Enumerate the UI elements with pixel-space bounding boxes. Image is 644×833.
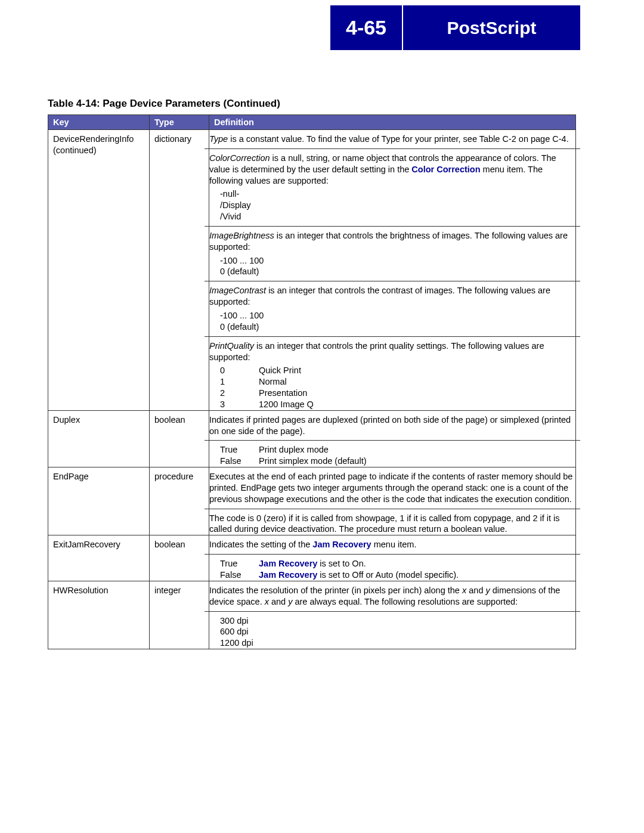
value-desc: Jam Recovery is set to On.: [259, 558, 575, 569]
def-text: Indicates the resolution of the printer …: [209, 586, 462, 595]
value-item: /Vivid: [220, 211, 575, 222]
link-text[interactable]: Jam Recovery: [259, 559, 317, 568]
value-desc: Presentation: [259, 388, 575, 399]
value-item: 0 (default): [220, 321, 575, 333]
def-para: TruePrint duplex mode FalsePrint simplex…: [205, 441, 580, 467]
value-desc: Print duplex mode: [259, 444, 575, 456]
col-header-def: Definition: [209, 115, 576, 130]
value-item: 600 dpi: [220, 626, 575, 637]
italic-term: y: [485, 586, 490, 595]
def-para: Indicates if printed pages are duplexed …: [205, 411, 580, 441]
cell-def: Indicates if printed pages are duplexed …: [209, 410, 576, 467]
def-text: are always equal. The following resoluti…: [292, 597, 518, 606]
table-caption: Table 4-14: Page Device Parameters (Cont…: [48, 98, 596, 110]
value-list: -null- /Display /Vivid: [220, 188, 575, 222]
col-header-type: Type: [150, 115, 209, 130]
cell-def: Indicates the resolution of the printer …: [209, 581, 576, 649]
cell-def: Type is a constant value. To find the va…: [209, 130, 576, 411]
value-list: -100 ... 100 0 (default): [220, 310, 575, 333]
value-key: 1: [220, 376, 259, 388]
cell-def: Executes at the end of each printed page…: [209, 467, 576, 535]
value-key: 3: [220, 399, 259, 410]
value-key: False: [220, 456, 259, 467]
cell-key: DeviceRenderingInfo (continued): [48, 130, 150, 411]
def-para: ImageBrightness is an integer that contr…: [205, 227, 580, 281]
def-text: Indicates the setting of the: [209, 540, 312, 549]
cell-type: dictionary: [150, 130, 209, 411]
value-key: True: [220, 558, 259, 569]
cell-key: ExitJamRecovery: [48, 535, 150, 581]
italic-term: Type: [209, 134, 228, 144]
italic-term: x: [265, 597, 269, 606]
value-key: 0: [220, 365, 259, 376]
def-text: and: [269, 597, 288, 606]
value-item: -null-: [220, 188, 575, 200]
def-para: The code is 0 (zero) if it is called fro…: [205, 509, 580, 535]
cell-key: EndPage: [48, 467, 150, 535]
value-item: /Display: [220, 200, 575, 211]
def-para: Executes at the end of each printed page…: [205, 467, 580, 509]
cell-key: Duplex: [48, 410, 150, 467]
italic-term: ImageBrightness: [209, 231, 274, 240]
table-row: Duplex boolean Indicates if printed page…: [48, 410, 576, 467]
chapter-title: PostScript: [403, 5, 580, 50]
def-text: and: [466, 586, 485, 595]
table-header-row: Key Type Definition: [48, 115, 576, 130]
def-text: is a constant value. To find the value o…: [228, 134, 568, 144]
def-para: ColorCorrection is a null, string, or na…: [205, 149, 580, 227]
cell-type: integer: [150, 581, 209, 649]
value-desc: 1200 Image Q: [259, 399, 575, 410]
page-number: 4-65: [330, 5, 402, 50]
value-item: 0 (default): [220, 266, 575, 277]
italic-term: ImageContrast: [209, 286, 266, 295]
table-row: HWResolution integer Indicates the resol…: [48, 581, 576, 649]
value-item: -100 ... 100: [220, 255, 575, 267]
def-para: Indicates the resolution of the printer …: [205, 581, 580, 612]
value-desc: Quick Print: [259, 365, 575, 376]
link-text[interactable]: Color Correction: [411, 165, 480, 174]
page-header: 4-65 PostScript: [330, 5, 580, 50]
def-para: Type is a constant value. To find the va…: [205, 130, 580, 149]
table-row: EndPage procedure Executes at the end of…: [48, 467, 576, 535]
cell-key: HWResolution: [48, 581, 150, 649]
cell-type: boolean: [150, 535, 209, 581]
def-text: is set to On.: [317, 559, 366, 568]
page-content: Table 4-14: Page Device Parameters (Cont…: [48, 98, 596, 649]
def-para: PrintQuality is an integer that controls…: [205, 337, 580, 410]
value-item: 1200 dpi: [220, 637, 575, 649]
link-text[interactable]: Jam Recovery: [312, 540, 371, 549]
value-key: True: [220, 444, 259, 456]
def-para: TrueJam Recovery is set to On. FalseJam …: [205, 555, 580, 581]
col-header-key: Key: [48, 115, 150, 130]
cell-def: Indicates the setting of the Jam Recover…: [209, 535, 576, 581]
def-para: 300 dpi 600 dpi 1200 dpi: [205, 612, 580, 649]
table-row: ExitJamRecovery boolean Indicates the se…: [48, 535, 576, 581]
value-list: -100 ... 100 0 (default): [220, 255, 575, 278]
def-text: is an integer that controls the print qu…: [209, 341, 544, 362]
value-desc: Jam Recovery is set to Off or Auto (mode…: [259, 569, 575, 581]
link-text[interactable]: Jam Recovery: [259, 570, 317, 580]
italic-term: ColorCorrection: [209, 153, 270, 163]
value-list: 0Quick Print 1Normal 2Presentation 31200…: [220, 365, 575, 410]
value-item: -100 ... 100: [220, 310, 575, 321]
cell-type: procedure: [150, 467, 209, 535]
value-desc: Print simplex mode (default): [259, 456, 575, 467]
table-row: DeviceRenderingInfo (continued) dictiona…: [48, 130, 576, 411]
def-para: Indicates the setting of the Jam Recover…: [205, 535, 580, 555]
cell-type: boolean: [150, 410, 209, 467]
value-key: False: [220, 569, 259, 581]
def-text: is set to Off or Auto (model specific).: [317, 570, 459, 580]
value-desc: Normal: [259, 376, 575, 388]
italic-term: PrintQuality: [209, 341, 254, 351]
def-text: menu item.: [371, 540, 417, 549]
value-key: 2: [220, 388, 259, 399]
params-table: Key Type Definition DeviceRenderingInfo …: [48, 114, 576, 649]
value-item: 300 dpi: [220, 615, 575, 627]
def-para: ImageContrast is an integer that control…: [205, 281, 580, 336]
